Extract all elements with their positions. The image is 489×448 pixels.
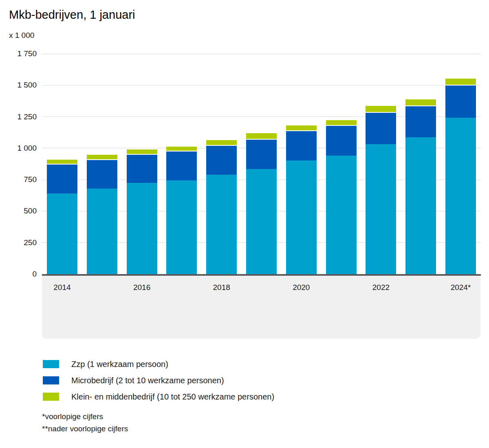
legend-swatch-icon xyxy=(43,376,59,384)
x-axis-tick-label: 2018 xyxy=(197,283,246,292)
bar-segment-2023-series0 xyxy=(405,137,436,274)
legend-item: Klein- en middenbedrijf (10 tot 250 werk… xyxy=(43,393,274,401)
bar-segment-2016-series1 xyxy=(127,154,157,183)
y-axis-tick-label: 0 xyxy=(0,270,37,279)
x-axis-tick-label: 2014 xyxy=(38,283,87,292)
legend-swatch-icon xyxy=(43,360,59,368)
bar-segment-2016-series2 xyxy=(127,149,157,154)
legend-label: Microbedrijf (2 tot 10 werkzame personen… xyxy=(71,376,224,385)
bar-segment-2018-series2 xyxy=(206,139,237,145)
chart-footer-panel xyxy=(42,276,480,339)
y-axis-tick-label: 1 250 xyxy=(0,112,37,121)
y-axis-tick-label: 1 750 xyxy=(0,49,37,58)
bar-segment-2020-series1 xyxy=(286,130,317,160)
legend-label: Zzp (1 werkzaam persoon) xyxy=(71,360,168,369)
y-axis-tick-label: 250 xyxy=(0,238,37,247)
bar-segment-2019-series1 xyxy=(246,139,277,169)
bar-segment-2021-series2 xyxy=(326,119,357,125)
bar-segment-2020-series2 xyxy=(286,125,317,130)
footnote-nader-voorlopig: **nader voorlopige cijfers xyxy=(42,423,128,435)
bar-segment-2016-series0 xyxy=(127,183,157,274)
y-axis-tick-label: 500 xyxy=(0,206,37,215)
bar-segment-2014-series2 xyxy=(47,159,77,164)
bar-segment-2015-series2 xyxy=(87,154,117,159)
legend-label: Klein- en middenbedrijf (10 tot 250 werk… xyxy=(71,392,274,402)
footnotes: *voorlopige cijfers **nader voorlopige c… xyxy=(42,411,128,435)
y-axis-tick-label: 1 500 xyxy=(0,81,37,90)
bar-segment-2023-series2 xyxy=(405,99,436,105)
bar-segment-2024*-series2 xyxy=(445,78,476,85)
x-axis-tick-label: 2024* xyxy=(436,283,485,292)
legend-item: Zzp (1 werkzaam persoon) xyxy=(43,360,274,368)
x-axis-tick-label: 2016 xyxy=(117,283,166,292)
gridline-1750 xyxy=(42,54,481,54)
bar-segment-2022-series0 xyxy=(366,144,396,274)
gridline-1500 xyxy=(42,85,481,86)
footnote-voorlopig: *voorlopige cijfers xyxy=(42,411,128,423)
y-axis-tick-label: 750 xyxy=(0,175,37,184)
bar-segment-2024*-series1 xyxy=(445,85,476,118)
bar-segment-2017-series2 xyxy=(166,146,197,151)
bar-segment-2020-series0 xyxy=(286,160,317,274)
bar-segment-2021-series0 xyxy=(326,156,357,274)
x-axis-tick-label: 2022 xyxy=(357,283,405,292)
bar-segment-2024*-series0 xyxy=(445,118,476,274)
legend-item: Microbedrijf (2 tot 10 werkzame personen… xyxy=(43,376,274,384)
y-axis-tick-label: 1 000 xyxy=(0,144,37,153)
bar-segment-2019-series2 xyxy=(246,132,277,139)
bar-segment-2014-series1 xyxy=(47,164,77,193)
x-axis-tick-label: 2020 xyxy=(277,283,326,292)
bar-segment-2019-series0 xyxy=(246,169,277,274)
legend-swatch-icon xyxy=(43,393,59,401)
x-axis-line xyxy=(42,274,481,276)
bar-segment-2015-series1 xyxy=(87,159,117,188)
bar-segment-2023-series1 xyxy=(405,105,436,137)
bar-segment-2015-series0 xyxy=(87,189,117,274)
bar-segment-2017-series0 xyxy=(166,180,197,274)
bar-segment-2022-series1 xyxy=(366,112,396,144)
bar-segment-2017-series1 xyxy=(166,151,197,180)
legend: Zzp (1 werkzaam persoon)Microbedrijf (2 … xyxy=(43,360,274,409)
chart-card: Mkb-bedrijven, 1 januari x 1 000 1 7501 … xyxy=(0,0,489,448)
bar-segment-2018-series0 xyxy=(206,175,237,274)
bar-segment-2018-series1 xyxy=(206,145,237,175)
bar-segment-2021-series1 xyxy=(326,125,357,156)
bar-segment-2022-series2 xyxy=(366,105,396,112)
bar-segment-2014-series0 xyxy=(47,193,77,274)
